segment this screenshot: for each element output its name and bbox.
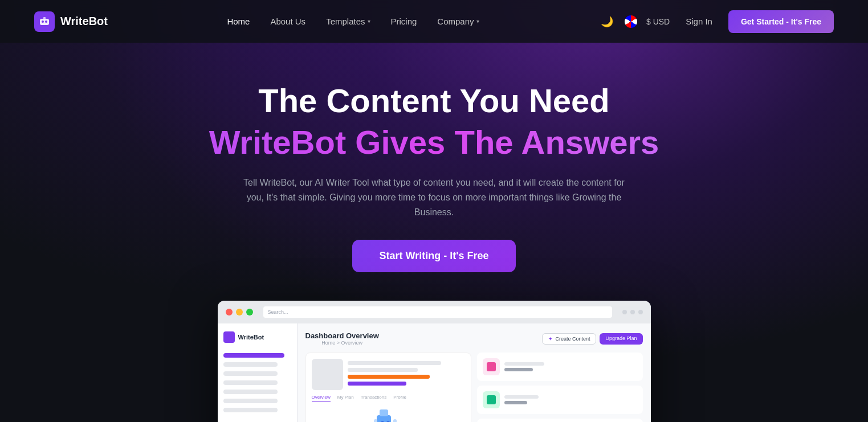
db-title-group: Dashboard Overview Home > Overview [305,331,379,346]
db-logo-icon [223,331,235,343]
db-content-grid: Overview My Plan Transactions Profile [305,353,643,422]
db-sidebar: WriteBot [218,323,298,422]
db-logo-text: WriteBot [238,334,264,341]
db-line [348,382,406,386]
logo-icon [34,11,55,32]
create-content-label: Create Content [555,336,590,342]
svg-rect-0 [40,19,49,25]
db-sidebar-header: WriteBot [223,331,291,343]
upgrade-label: Upgrade Plan [605,335,637,341]
db-stat-line [504,395,539,399]
db-sidebar-item [223,408,278,412]
db-tab-transactions: Transactions [361,395,387,402]
nav-pricing[interactable]: Pricing [383,12,425,31]
db-tab-overview: Overview [312,395,331,402]
db-line [348,368,418,372]
logo-link[interactable]: WriteBot [34,11,108,32]
get-started-button[interactable]: Get Started - It's Free [728,10,834,33]
db-stat-line [504,362,544,366]
db-stat-card-1 [477,353,643,381]
language-flag-icon [625,15,637,28]
db-sidebar-item [223,390,278,394]
db-stat-lines-1 [504,362,544,371]
hero-title-line1: The Content You Need [11,83,857,119]
db-sidebar-item [223,399,278,403]
svg-rect-5 [380,409,388,416]
db-main-card: Overview My Plan Transactions Profile [305,353,471,422]
svg-rect-9 [393,419,397,422]
db-thumbnail [312,359,343,390]
currency-display: $ USD [646,17,670,26]
hero-title-line2: WriteBot Gives The Answers [11,122,857,162]
db-card-lines [348,359,465,390]
traffic-light-yellow [236,309,243,316]
db-sidebar-item [223,353,284,358]
nav-company[interactable]: Company ▾ [429,12,487,31]
db-breadcrumb: Home > Overview [305,340,379,346]
db-donut-card [477,419,643,422]
db-stat-line [504,368,533,371]
db-right-cards [477,353,643,422]
nav-links: Home About Us Templates ▾ Pricing Compan… [219,12,487,31]
db-tab-myplan: My Plan [337,395,354,402]
db-upgrade-btn: Upgrade Plan [600,333,642,345]
traffic-lights [226,309,253,316]
db-stat-icon-1 [483,358,500,375]
db-create-content-btn: ✦ Create Content [542,333,596,345]
db-stat-lines-2 [504,395,539,404]
db-topbar-buttons: ✦ Create Content Upgrade Plan [542,333,642,345]
db-card-main [312,359,465,390]
traffic-light-red [226,309,233,316]
db-tabs: Overview My Plan Transactions Profile [312,395,465,402]
svg-point-1 [42,21,44,23]
navbar: WriteBot Home About Us Templates ▾ Prici… [0,0,868,43]
db-line [348,375,430,379]
hero-section: The Content You Need WriteBot Gives The … [0,43,868,422]
dashboard-preview: Search... WriteBot [218,301,651,422]
db-sidebar-item [223,371,278,376]
svg-point-2 [45,21,47,23]
dashboard-titlebar: Search... [218,301,651,323]
db-main-content: Dashboard Overview Home > Overview ✦ Cre… [298,323,651,422]
nav-right: 🌙 $ USD Sign In Get Started - It's Free [598,10,834,33]
nav-home[interactable]: Home [219,12,258,31]
dashboard-body: WriteBot Dashboard Overview Home > Overv… [218,323,651,422]
db-line [348,361,442,365]
db-topbar: Dashboard Overview Home > Overview ✦ Cre… [305,331,643,346]
hero-subtitle: Tell WriteBot, our AI Writer Tool what t… [235,175,634,219]
db-tab-profile: Profile [393,395,406,402]
start-writing-button[interactable]: Start Writing - It's Free [352,240,516,272]
nav-templates[interactable]: Templates ▾ [318,12,378,31]
db-stat-card-2 [477,386,643,414]
svg-rect-3 [43,17,46,19]
traffic-light-green [246,309,253,316]
db-illustration [365,407,411,422]
db-sidebar-item [223,362,278,367]
brand-name: WriteBot [60,15,108,28]
nav-about[interactable]: About Us [262,12,313,31]
db-title: Dashboard Overview [305,331,379,340]
db-stat-line [504,401,527,404]
company-chevron-icon: ▾ [476,18,479,24]
db-sidebar-item [223,380,278,385]
templates-chevron-icon: ▾ [368,18,370,24]
dark-mode-toggle[interactable]: 🌙 [598,13,616,30]
sign-in-button[interactable]: Sign In [679,12,719,31]
db-stat-icon-2 [483,391,500,408]
